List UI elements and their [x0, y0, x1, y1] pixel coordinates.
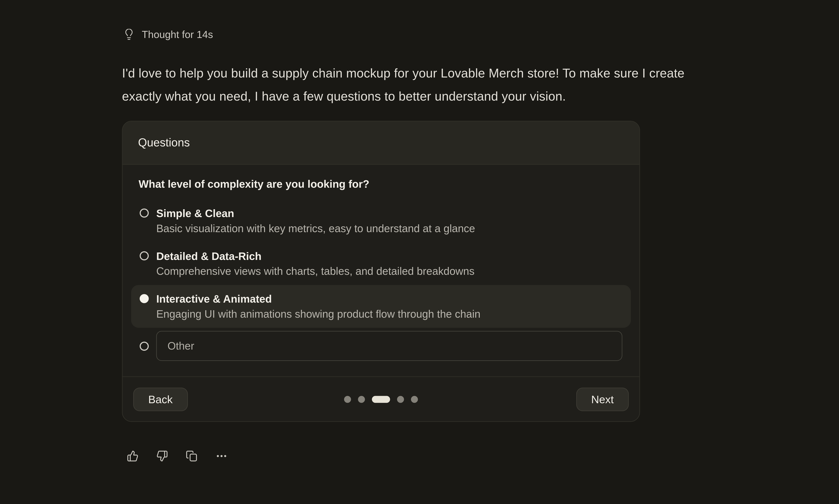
- other-input[interactable]: [156, 331, 622, 361]
- assistant-message: I'd love to help you build a supply chai…: [122, 62, 764, 107]
- message-actions: [127, 450, 228, 462]
- thought-toggle[interactable]: Thought for 14s: [123, 29, 213, 41]
- progress-dot: [344, 396, 351, 402]
- option-label: Simple & Clean: [156, 206, 475, 221]
- radio-unselected-icon[interactable]: [140, 341, 149, 350]
- copy-icon[interactable]: [186, 450, 197, 462]
- progress-dot: [358, 396, 365, 402]
- option-label: Detailed & Data-Rich: [156, 249, 475, 264]
- card-title: Questions: [138, 136, 190, 149]
- more-icon[interactable]: [215, 450, 228, 462]
- option-other[interactable]: [131, 328, 631, 366]
- questions-card: Questions What level of complexity are y…: [122, 121, 640, 422]
- message-line: exactly what you need, I have a few ques…: [122, 85, 764, 107]
- progress-dot: [397, 396, 404, 402]
- option-description: Basic visualization with key metrics, ea…: [156, 221, 475, 236]
- thumbs-up-icon[interactable]: [127, 450, 139, 462]
- option-interactive-animated[interactable]: Interactive & Animated Engaging UI with …: [131, 285, 631, 328]
- option-simple-clean[interactable]: Simple & Clean Basic visualization with …: [131, 199, 631, 242]
- questions-card-footer: Back Next: [123, 376, 640, 421]
- option-description: Engaging UI with animations showing prod…: [156, 306, 480, 321]
- lightbulb-icon: [123, 29, 135, 41]
- option-label: Interactive & Animated: [156, 291, 480, 306]
- progress-dot: [411, 396, 418, 402]
- message-line: I'd love to help you build a supply chai…: [122, 62, 764, 85]
- chat-message-area: Thought for 14s I'd love to help you bui…: [0, 0, 839, 504]
- radio-selected-icon[interactable]: [140, 294, 149, 303]
- radio-unselected-icon[interactable]: [140, 209, 149, 217]
- option-description: Comprehensive views with charts, tables,…: [156, 264, 475, 278]
- thumbs-down-icon[interactable]: [156, 450, 168, 462]
- questions-card-header: Questions: [123, 121, 640, 165]
- progress-dots: [344, 396, 418, 402]
- option-detailed-data-rich[interactable]: Detailed & Data-Rich Comprehensive views…: [131, 242, 631, 285]
- questions-card-body: What level of complexity are you looking…: [123, 165, 640, 376]
- next-button[interactable]: Next: [576, 388, 629, 411]
- progress-dot-active: [372, 396, 390, 402]
- question-text: What level of complexity are you looking…: [139, 178, 631, 191]
- radio-unselected-icon[interactable]: [140, 251, 149, 260]
- back-button[interactable]: Back: [133, 388, 188, 411]
- thought-label: Thought for 14s: [142, 29, 213, 41]
